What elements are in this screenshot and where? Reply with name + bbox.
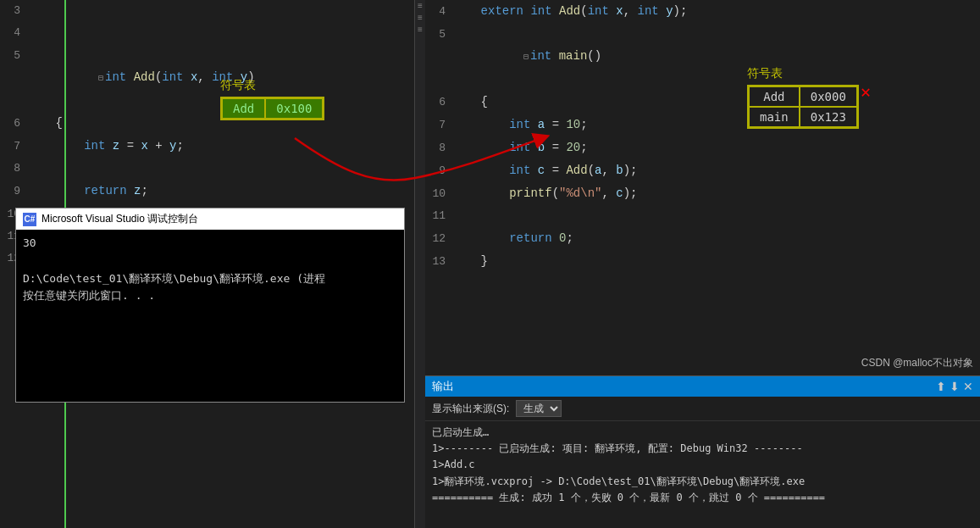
code-line: 4: [0, 22, 414, 44]
right-symbol-table-annotation: 符号表 Add 0x000 main 0x123 ✕: [747, 66, 871, 129]
code-line: 9 int c = Add(a, b);: [425, 159, 980, 182]
line-number: 13: [425, 251, 452, 273]
output-toolbar-icons: ⬆ ⬇ ✕: [936, 380, 973, 393]
line-content: int a = 10;: [452, 114, 980, 136]
debug-console-title-text: Microsoft Visual Studio 调试控制台: [42, 212, 198, 226]
symbol-table-close-button[interactable]: ✕: [861, 85, 871, 102]
code-line: 6 {: [425, 91, 980, 114]
watermark: CSDN @malloc不出对象: [861, 356, 973, 370]
debug-console-title-bar: C# Microsoft Visual Studio 调试控制台: [16, 208, 404, 230]
line-number: 8: [0, 158, 27, 180]
code-line: 7 int z = x + y;: [0, 135, 414, 158]
line-number: 9: [425, 160, 452, 182]
output-header-title: 输出: [432, 379, 454, 394]
line-number: 7: [0, 136, 27, 158]
scroll-icon-1: ≡: [418, 2, 423, 11]
line-content: extern int Add(int x, int y);: [452, 0, 980, 22]
line-number: 10: [425, 183, 452, 205]
right-code-lines: 4 extern int Add(int x, int y); 5 ⊟int m…: [425, 0, 980, 273]
output-line: 已启动生成…: [432, 425, 973, 441]
line-number: 8: [425, 137, 452, 159]
output-source-row: 显示输出来源(S): 生成: [425, 397, 980, 421]
output-line: 1>-------- 已启动生成: 项目: 翻译环境, 配置: Debug Wi…: [432, 441, 973, 457]
code-line: 4 extern int Add(int x, int y);: [425, 0, 980, 23]
line-number: 7: [425, 114, 452, 136]
scroll-icon-3: ≡: [418, 25, 423, 35]
code-line: 11: [425, 205, 980, 227]
output-body: 已启动生成… 1>-------- 已启动生成: 项目: 翻译环境, 配置: D…: [425, 421, 980, 528]
code-line: 7 int a = 10;: [425, 114, 980, 136]
code-line: 3: [0, 0, 414, 22]
output-line: 1>Add.c: [432, 457, 973, 473]
left-symbol-table: Add 0x100: [220, 97, 324, 120]
code-line: 8 int b = 20;: [425, 136, 980, 159]
middle-scrollbar: ≡ ≡ ≡: [415, 0, 425, 528]
output-source-label: 显示输出来源(S):: [432, 402, 509, 416]
debug-output-line2: [23, 253, 397, 270]
debug-output-line4: 按任意键关闭此窗口. . .: [23, 287, 397, 305]
line-content: return z;: [27, 180, 414, 202]
code-line: 13 }: [425, 250, 980, 273]
line-content: ⊟int main(): [452, 23, 980, 91]
line-number: 11: [425, 205, 452, 227]
vs-icon: C#: [23, 213, 36, 226]
line-number: 6: [0, 113, 27, 135]
code-line: 5 ⊟int Add(int x, int y): [0, 44, 414, 112]
output-icon-2[interactable]: ⬇: [950, 380, 960, 393]
output-panel: 输出 ⬆ ⬇ ✕ 显示输出来源(S): 生成 已启动生成… 1>--------…: [425, 375, 980, 528]
line-number: 4: [0, 22, 27, 44]
code-line: 9 return z;: [0, 180, 414, 203]
output-panel-header: 输出 ⬆ ⬇ ✕: [425, 376, 980, 397]
line-number: 6: [425, 92, 452, 114]
line-number: 3: [0, 0, 27, 22]
line-number: 5: [0, 45, 27, 67]
collapse-icon[interactable]: ⊟: [98, 74, 103, 83]
debug-output-line1: 30: [23, 235, 397, 253]
output-line: ========== 生成: 成功 1 个，失败 0 个，最新 0 个，跳过 0…: [432, 490, 973, 506]
line-content: int z = x + y;: [27, 135, 414, 157]
left-code-panel: 3 4 5 ⊟int Add(int x, int y) 6 {: [0, 0, 415, 528]
code-line: 6 {: [0, 112, 414, 135]
line-number: 9: [0, 181, 27, 203]
symbol-cell-add-addr: 0x000: [800, 86, 857, 107]
line-content: {: [452, 91, 980, 113]
debug-console-body: 30 D:\Code\test_01\翻译环境\Debug\翻译环境.exe (…: [16, 230, 404, 402]
right-symbol-wrapper: Add 0x000 main 0x123 ✕: [747, 85, 871, 129]
scroll-icon-2: ≡: [418, 14, 423, 23]
debug-console-window: C# Microsoft Visual Studio 调试控制台 30 D:\C…: [15, 208, 405, 403]
left-symbol-label: 符号表: [220, 78, 256, 93]
line-content: printf("%d\n", c);: [452, 182, 980, 204]
line-number: 4: [425, 1, 452, 23]
line-content: return 0;: [452, 227, 980, 249]
line-content: int b = 20;: [452, 136, 980, 158]
output-source-select[interactable]: 生成: [516, 400, 562, 417]
code-line: 8: [0, 158, 414, 180]
output-line: 1>翻译环境.vcxproj -> D:\Code\test_01\翻译环境\D…: [432, 474, 973, 490]
line-number: 5: [425, 24, 452, 46]
line-number: 12: [425, 228, 452, 250]
line-content: }: [452, 250, 980, 272]
symbol-cell-main-addr: 0x123: [800, 107, 857, 127]
right-code-area: 4 extern int Add(int x, int y); 5 ⊟int m…: [425, 0, 980, 375]
symbol-cell-main-name: main: [749, 107, 800, 127]
code-line: 10 printf("%d\n", c);: [425, 182, 980, 205]
symbol-cell-name: Add: [222, 98, 265, 119]
code-line: 12 return 0;: [425, 227, 980, 250]
symbol-cell-addr: 0x100: [265, 98, 323, 119]
output-icon-3[interactable]: ✕: [963, 380, 973, 393]
collapse-icon[interactable]: ⊟: [523, 53, 529, 62]
right-code-panel: 4 extern int Add(int x, int y); 5 ⊟int m…: [425, 0, 980, 528]
symbol-cell-add-name: Add: [749, 86, 800, 107]
output-icon-1[interactable]: ⬆: [936, 380, 946, 393]
left-symbol-table-annotation: 符号表 Add 0x100: [220, 78, 324, 120]
right-symbol-label: 符号表: [747, 66, 783, 81]
code-line: 5 ⊟int main(): [425, 23, 980, 91]
right-symbol-table: Add 0x000 main 0x123: [747, 85, 859, 129]
line-content: int c = Add(a, b);: [452, 159, 980, 181]
debug-output-line3: D:\Code\test_01\翻译环境\Debug\翻译环境.exe (进程: [23, 270, 397, 288]
